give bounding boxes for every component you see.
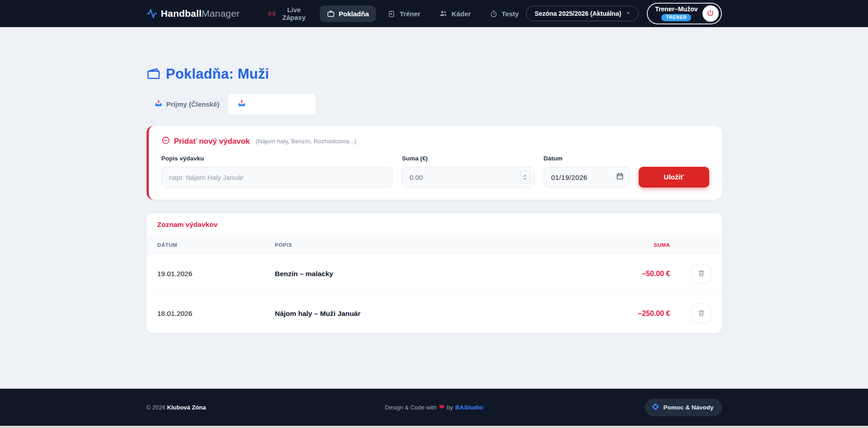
- expense-table-body: 19.01.2026 Benzín – malacky –50.00 € 18.…: [147, 254, 722, 333]
- users-icon: [439, 9, 447, 18]
- row-amount: –250.00 €: [593, 310, 670, 318]
- column-popis: POPIS: [275, 242, 593, 248]
- table-row: 19.01.2026 Benzín – malacky –50.00 €: [147, 254, 722, 294]
- copyright: © 2026 Klubová Zóna: [147, 404, 206, 411]
- lifebuoy-icon: [651, 403, 659, 412]
- description-input[interactable]: [161, 167, 393, 188]
- trash-icon: [697, 309, 705, 318]
- user-meta: Trener–Mužov TRENER: [655, 6, 697, 21]
- footer: © 2026 Klubová Zóna Design & Code with ❤…: [0, 389, 868, 426]
- delete-expense-button[interactable]: [692, 304, 711, 323]
- app-logo[interactable]: HandballManager: [147, 8, 240, 19]
- live-icon: [268, 9, 276, 18]
- wallet-icon: [147, 66, 161, 82]
- main-nav: Live Zápasy Pokladňa Tréner Káder: [261, 1, 526, 26]
- page-head: Pokladňa: Muži: [147, 66, 722, 82]
- season-select[interactable]: Sezóna 2025/2026 (Aktuálna): [526, 6, 639, 21]
- pulse-icon: [147, 8, 157, 19]
- amount-input[interactable]: [402, 167, 534, 188]
- table-row: 18.01.2026 Nájom haly – Muži Január –250…: [147, 294, 722, 333]
- add-expense-form: Popis výdavku Suma (€) Dátum: [161, 155, 709, 188]
- add-expense-card: Pridať nový výdavok (Nájom haly, Benzín,…: [147, 126, 722, 200]
- save-button[interactable]: Uložiť: [639, 167, 709, 188]
- row-amount: –50.00 €: [593, 270, 670, 278]
- stopwatch-icon: [490, 10, 498, 18]
- minus-circle-icon: [161, 136, 170, 146]
- delete-expense-button[interactable]: [692, 264, 711, 283]
- help-button[interactable]: Pomoc & Návody: [645, 399, 721, 416]
- nav-item-testy[interactable]: Testy: [483, 5, 526, 22]
- cash-tabs: Príjmy (Členské): [147, 93, 722, 114]
- main-content: Pokladňa: Muži Príjmy (Členské): [0, 27, 868, 389]
- tab-prijmy[interactable]: Príjmy (Členské): [147, 94, 228, 114]
- power-icon: [707, 9, 714, 18]
- column-datum: DÁTUM: [157, 242, 275, 248]
- amount-label: Suma (€): [402, 155, 534, 162]
- row-date: 19.01.2026: [157, 270, 275, 278]
- heart-icon: ❤: [439, 403, 445, 411]
- add-expense-header: Pridať nový výdavok (Nájom haly, Benzín,…: [161, 136, 709, 146]
- top-navbar: HandballManager Live Zápasy Pokladňa Tré…: [0, 0, 868, 27]
- trash-icon: [697, 269, 705, 278]
- add-expense-hint: (Nájom haly, Benzín, Rozhodcovia...): [256, 138, 356, 145]
- user-chip[interactable]: Trener–Mužov TRENER: [647, 3, 721, 24]
- outbox-tray-icon: [238, 99, 246, 108]
- logout-button[interactable]: [702, 5, 719, 22]
- description-label: Popis výdavku: [161, 155, 393, 162]
- column-suma: SUMA: [593, 242, 670, 248]
- chevron-down-icon: [626, 10, 631, 17]
- page-title: Pokladňa: Muži: [166, 66, 269, 82]
- date-label: Dátum: [544, 155, 630, 162]
- nav-item-pokladna[interactable]: Pokladňa: [320, 5, 376, 22]
- tab-vydavky[interactable]: [228, 93, 316, 114]
- briefcase-icon: [327, 10, 335, 18]
- inbox-tray-icon: [155, 99, 162, 108]
- studio-link[interactable]: BAStudio: [455, 404, 483, 411]
- row-description: Benzín – malacky: [275, 270, 593, 278]
- nav-item-live-zapasy[interactable]: Live Zápasy: [261, 1, 315, 26]
- credits: Design & Code with ❤ by BAStudio: [385, 403, 483, 411]
- user-name: Trener–Mužov: [655, 6, 697, 13]
- add-expense-title: Pridať nový výdavok: [174, 137, 250, 146]
- calendar-icon[interactable]: [616, 173, 624, 182]
- user-role-badge: TRENER: [661, 14, 691, 21]
- row-date: 18.01.2026: [157, 310, 275, 318]
- clipboard-icon: [388, 10, 395, 18]
- table-header: DÁTUM POPIS SUMA: [147, 236, 722, 254]
- app-title: HandballManager: [161, 8, 240, 19]
- row-description: Nájom haly – Muži Január: [275, 310, 593, 318]
- bottom-strip: [0, 426, 868, 428]
- expense-list-title: Zoznam výdavkov: [157, 221, 218, 228]
- number-stepper[interactable]: [520, 171, 530, 183]
- navbar-right: Sezóna 2025/2026 (Aktuálna) Trener–Mužov…: [526, 3, 722, 24]
- nav-item-kader[interactable]: Káder: [432, 5, 478, 22]
- expense-list-card: Zoznam výdavkov DÁTUM POPIS SUMA 19.01.2…: [147, 213, 722, 333]
- nav-item-trener[interactable]: Tréner: [380, 5, 427, 22]
